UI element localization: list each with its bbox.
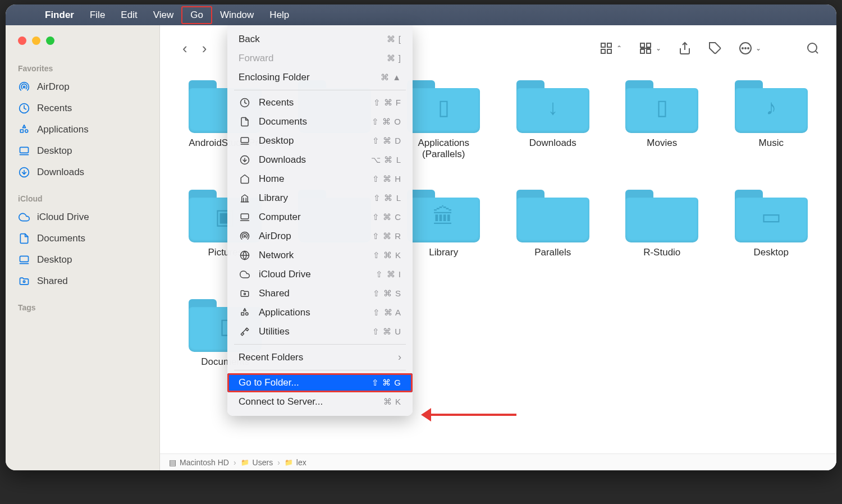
menu-item-label: AirDrop [259, 231, 364, 242]
svg-point-0 [23, 86, 25, 88]
nav-back-icon[interactable]: ‹ [182, 40, 187, 57]
sidebar-item-recents[interactable]: Recents [6, 98, 159, 119]
svg-rect-16 [647, 43, 651, 47]
menu-shortcut: ⌘ K [383, 397, 401, 407]
menu-item-forward[interactable]: Forward ⌘ ] [227, 49, 413, 68]
folder-label: Library [429, 247, 458, 258]
menu-item-utilities[interactable]: Utilities ⇧ ⌘ U [227, 322, 413, 341]
menu-item-network[interactable]: Network ⇧ ⌘ K [227, 246, 413, 265]
doc-icon [239, 117, 251, 127]
downloads-icon [239, 155, 251, 165]
menu-shortcut: ⇧ ⌘ O [372, 117, 401, 127]
sidebar-item-label: Desktop [37, 254, 72, 265]
view-mode-button[interactable]: ⌃ [594, 39, 628, 57]
menu-shortcut: ⇧ ⌘ I [376, 269, 401, 280]
menu-item-label: Utilities [259, 326, 364, 337]
folder-label: Music [759, 138, 784, 149]
zoom-button[interactable] [46, 36, 54, 45]
menu-item-home[interactable]: Home ⇧ ⌘ H [227, 169, 413, 189]
menu-window[interactable]: Window [212, 6, 262, 24]
minimize-button[interactable] [32, 36, 40, 45]
menu-item-go-to-folder-[interactable]: Go to Folder... ⇧ ⌘ G [227, 373, 413, 392]
menu-item-computer[interactable]: Computer ⇧ ⌘ C [227, 208, 413, 227]
folder-item[interactable]: Parallels [501, 186, 605, 279]
share-button[interactable] [672, 39, 697, 57]
window-controls [6, 36, 159, 45]
sidebar-item-label: iCloud Drive [37, 212, 89, 223]
folder-item[interactable]: ↓ Downloads [501, 77, 605, 169]
folder-label: R-Studio [643, 247, 680, 258]
path-segment[interactable]: 📁 lex [285, 458, 306, 467]
svg-point-24 [748, 48, 749, 49]
path-segment[interactable]: 📁 Users [241, 458, 273, 467]
sidebar-item-icloud-drive[interactable]: iCloud Drive [6, 207, 159, 228]
svg-point-36 [244, 236, 246, 237]
menu-item-airdrop[interactable]: AirDrop ⇧ ⌘ R [227, 227, 413, 246]
svg-point-22 [745, 48, 746, 49]
menu-shortcut: ⇧ ⌘ R [372, 231, 401, 241]
folder-icon: 🏛 [407, 186, 480, 242]
sidebar-item-downloads[interactable]: Downloads [6, 162, 159, 183]
menu-item-enclosing-folder[interactable]: Enclosing Folder ⌘ ▲ [227, 68, 413, 87]
menu-view[interactable]: View [145, 6, 182, 24]
menu-edit[interactable]: Edit [113, 6, 145, 24]
chevron-right-icon: › [398, 351, 401, 363]
sidebar-item-airdrop[interactable]: AirDrop [6, 76, 159, 98]
nav-forward-icon[interactable]: › [202, 40, 207, 57]
folder-label: Desktop [754, 247, 789, 258]
svg-rect-12 [607, 43, 611, 47]
menu-item-recent-folders[interactable]: Recent Folders › [227, 347, 413, 367]
airdrop-icon [239, 231, 251, 241]
shared-icon [239, 288, 251, 299]
menu-item-documents[interactable]: Documents ⇧ ⌘ O [227, 112, 413, 131]
menu-help[interactable]: Help [262, 6, 297, 24]
menu-item-recents[interactable]: Recents ⇧ ⌘ F [227, 93, 413, 112]
folder-item[interactable]: R-Studio [610, 186, 714, 279]
group-button[interactable]: ⌄ [633, 39, 667, 57]
svg-line-26 [816, 51, 818, 53]
sidebar-item-desktop[interactable]: Desktop [6, 140, 159, 162]
menu-go[interactable]: Go [181, 6, 212, 24]
svg-rect-40 [241, 313, 244, 315]
svg-rect-17 [640, 49, 644, 53]
menu-item-connect-to-server-[interactable]: Connect to Server... ⌘ K [227, 392, 413, 411]
doc-icon [18, 232, 30, 245]
menu-item-downloads[interactable]: Downloads ⌥ ⌘ L [227, 150, 413, 169]
folder-icon: ▯ [625, 77, 698, 133]
menu-shortcut: ⌘ [ [387, 34, 401, 44]
menu-item-back[interactable]: Back ⌘ [ [227, 30, 413, 49]
menu-item-shared[interactable]: Shared ⇧ ⌘ S [227, 284, 413, 303]
sidebar-item-shared[interactable]: Shared [6, 271, 159, 292]
menu-item-library[interactable]: Library ⇧ ⌘ L [227, 189, 413, 208]
menubar-app-name[interactable]: Finder [37, 6, 82, 24]
menu-item-applications[interactable]: Applications ⇧ ⌘ A [227, 303, 413, 322]
svg-rect-15 [640, 43, 644, 47]
menu-shortcut: ⌘ ▲ [381, 72, 401, 83]
folder-item[interactable]: ♪ Music [720, 77, 823, 169]
menu-separator [234, 370, 406, 370]
folder-item[interactable]: ▯ Movies [610, 77, 714, 169]
utilities-icon [239, 327, 251, 337]
sidebar-item-desktop[interactable]: Desktop [6, 249, 159, 271]
menu-item-desktop[interactable]: Desktop ⇧ ⌘ D [227, 131, 413, 150]
menu-item-label: Connect to Server... [239, 396, 376, 407]
menu-item-label: Recents [259, 97, 365, 108]
svg-rect-8 [20, 256, 29, 262]
path-segment[interactable]: ▤ Macintosh HD [169, 458, 229, 467]
sidebar-item-documents[interactable]: Documents [6, 228, 159, 249]
sidebar-item-label: Documents [37, 233, 85, 244]
network-icon [239, 250, 251, 260]
menu-file[interactable]: File [82, 6, 113, 24]
menu-shortcut: ⇧ ⌘ H [372, 174, 401, 184]
sidebar-item-applications[interactable]: Applications [6, 119, 159, 140]
desktop-icon [239, 136, 251, 146]
sidebar-favorites-title: Favorites [6, 61, 159, 76]
close-button[interactable] [18, 36, 26, 45]
search-button[interactable] [800, 39, 825, 57]
folder-item[interactable]: ▭ Desktop [720, 186, 823, 279]
menu-item-label: Back [239, 34, 379, 45]
menu-item-icloud-drive[interactable]: iCloud Drive ⇧ ⌘ I [227, 265, 413, 284]
action-button[interactable]: ⌄ [733, 39, 767, 57]
menu-shortcut: ⇧ ⌘ K [373, 250, 401, 260]
tags-button[interactable] [703, 39, 727, 57]
